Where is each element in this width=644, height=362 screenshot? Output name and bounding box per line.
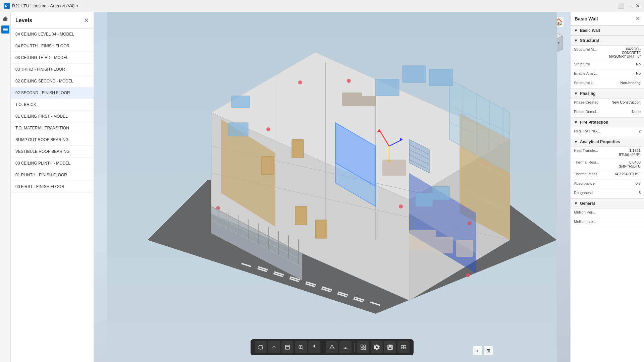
prop-label-analytical-properties-4: Roughness: [574, 191, 608, 195]
section-header-phasing[interactable]: ▼Phasing: [571, 88, 644, 99]
prop-label-general-1: Mullion Inte...: [574, 220, 608, 224]
level-item-6[interactable]: T.O. BRICK: [11, 99, 94, 111]
level-item-3[interactable]: 03 THIRD - FINISH FLOOR: [11, 64, 94, 75]
level-item-8[interactable]: T.O. MATERIAL TRANSITION: [11, 122, 94, 134]
panel-nav-buttons: ‹ ⊞: [473, 346, 493, 355]
right-properties-panel: Basic Wall ✕ ▼Basic Wall▼StructuralStruc…: [570, 12, 644, 362]
svg-rect-40: [231, 96, 250, 108]
svg-rect-101: [364, 345, 366, 347]
toolbar-separator-1: [323, 343, 323, 352]
walk-button[interactable]: [308, 341, 320, 353]
panel-grid-button[interactable]: ⊞: [484, 346, 493, 355]
section-label-general: General: [580, 201, 595, 206]
svg-rect-6: [3, 31, 8, 31]
section-header-fire-protection[interactable]: ▼Fire Protection: [571, 117, 644, 127]
settings-button[interactable]: [371, 341, 383, 353]
prop-value-structural-1: No: [608, 62, 641, 66]
zoom-select-button[interactable]: [295, 341, 307, 353]
title-bar-right: ⬜ ··· ✕: [618, 3, 640, 9]
section-header-type-header[interactable]: ▼Basic Wall: [571, 25, 644, 36]
right-panel-close-button[interactable]: ✕: [636, 15, 640, 22]
level-item-5[interactable]: 02 SECOND - FINISH FLOOR: [11, 87, 94, 99]
prop-value-analytical-properties-3: 0.7: [608, 181, 641, 185]
svg-line-90: [302, 348, 303, 350]
toolbar-group-view: [326, 341, 352, 353]
svg-rect-81: [342, 93, 362, 106]
prop-value-structural-3: Non-bearing: [608, 81, 641, 85]
section-arrow-fire-protection: ▼: [574, 120, 578, 125]
svg-rect-2: [3, 19, 7, 21]
app-logo-icon: R: [4, 3, 10, 9]
svg-rect-5: [3, 29, 8, 30]
svg-rect-105: [389, 345, 391, 347]
section-box-button[interactable]: [397, 341, 410, 353]
prop-label-phasing-1: Phase Demol...: [574, 110, 608, 114]
measure-button[interactable]: [339, 341, 352, 353]
prop-value-phasing-0: New Construction: [608, 100, 641, 104]
levels-panel: Levels ✕ 04 CEILING LEVEL 04 - MODEL04 F…: [11, 12, 94, 362]
prop-value-analytical-properties-2: 14.3254 BTU/°F: [608, 172, 641, 176]
level-item-2[interactable]: 03 CEILING THIRD - MODEL: [11, 52, 94, 64]
prop-row-analytical-properties-4: Roughness3: [571, 189, 644, 198]
svg-rect-106: [388, 347, 392, 350]
section-arrow-structural: ▼: [574, 38, 578, 43]
toolbar-group-navigate: [255, 341, 320, 353]
save-view-button[interactable]: [384, 341, 396, 353]
svg-text:R: R: [5, 4, 8, 8]
pan-button[interactable]: [268, 341, 280, 353]
prop-value-structural-2: No: [608, 71, 641, 75]
monitor-icon[interactable]: ⬜: [618, 3, 625, 9]
close-icon[interactable]: ✕: [636, 3, 640, 9]
prop-value-analytical-properties-4: 3: [608, 191, 641, 195]
title-dropdown-icon[interactable]: ▾: [76, 4, 78, 8]
title-bar-left: R R21 LTU Housing - Arch.rvt (V4) ▾: [4, 3, 78, 9]
svg-rect-41: [376, 79, 399, 96]
svg-rect-102: [361, 348, 363, 350]
svg-point-53: [399, 204, 403, 208]
section-header-structural[interactable]: ▼Structural: [571, 36, 644, 46]
level-item-4[interactable]: 02 CEILING SECOND - MODEL: [11, 75, 94, 87]
zoom-fit-button[interactable]: [281, 341, 293, 353]
prop-row-material: Structural M...0422OD - CONCRETE MASONRY…: [571, 46, 644, 60]
sidebar-icon-layers[interactable]: [1, 25, 9, 34]
prop-label-analytical-properties-2: Thermal Mass: [574, 172, 608, 176]
elevation-button[interactable]: [326, 341, 338, 353]
prop-row-structural-2: Enable Analy...No: [571, 70, 644, 79]
prop-row-general-1: Mullion Inte...: [571, 218, 644, 227]
level-item-1[interactable]: 04 FOURTH - FINISH FLOOR: [11, 40, 94, 52]
prop-row-fire-protection-0: FIRE RATING...2: [571, 127, 644, 137]
section-header-analytical-properties[interactable]: ▼Analytical Properties: [571, 137, 644, 147]
svg-rect-83: [382, 160, 406, 176]
prop-value-analytical-properties-0: 1.1821 BTU/(h·ft²·°F): [608, 148, 641, 157]
svg-rect-84: [409, 230, 436, 250]
level-item-7[interactable]: 01 CEILING FIRST - MODEL: [11, 111, 94, 122]
svg-point-50: [266, 127, 270, 131]
svg-rect-85: [436, 237, 453, 253]
svg-rect-86: [456, 240, 473, 257]
level-item-11[interactable]: 00 CEILING PLINTH - MODEL: [11, 158, 94, 169]
grid-button[interactable]: [357, 341, 369, 353]
section-header-general[interactable]: ▼General: [571, 198, 644, 208]
level-item-12[interactable]: 01 PLINTH - FINISH FLOOR: [11, 169, 94, 181]
sidebar-icon-home[interactable]: [1, 15, 9, 23]
section-label-analytical-properties: Analytical Properties: [580, 139, 620, 144]
ellipsis-icon[interactable]: ···: [628, 3, 632, 9]
prop-label-phasing-0: Phase Created: [574, 100, 608, 104]
level-item-13[interactable]: 00 FIRST - FINISH FLOOR: [11, 181, 94, 193]
rotate-button[interactable]: [255, 341, 267, 353]
svg-rect-4: [3, 28, 8, 28]
building-viewport-svg: [94, 12, 570, 362]
panel-prev-button[interactable]: ‹: [473, 346, 482, 355]
toolbar: [251, 339, 414, 355]
level-item-10[interactable]: VESTIBULE ROOF BEARING: [11, 146, 94, 158]
prop-row-analytical-properties-0: Heat Transfe...1.1821 BTU/(h·ft²·°F): [571, 147, 644, 159]
viewport[interactable]: 🏠 TOP FRONT S W: [94, 12, 570, 362]
section-arrow-analytical-properties: ▼: [574, 139, 578, 144]
levels-panel-close-button[interactable]: ✕: [84, 17, 89, 24]
prop-label-material: Structural M...: [574, 47, 608, 51]
prop-row-phasing-0: Phase CreatedNew Construction: [571, 99, 644, 108]
prop-label-analytical-properties-1: Thermal Resi...: [574, 160, 608, 164]
prop-row-analytical-properties-1: Thermal Resi...0.8460 (h·ft²·°F)/BTU: [571, 159, 644, 170]
level-item-0[interactable]: 04 CEILING LEVEL 04 - MODEL: [11, 28, 94, 40]
level-item-9[interactable]: BUMP OUT ROOF BEARING: [11, 134, 94, 146]
